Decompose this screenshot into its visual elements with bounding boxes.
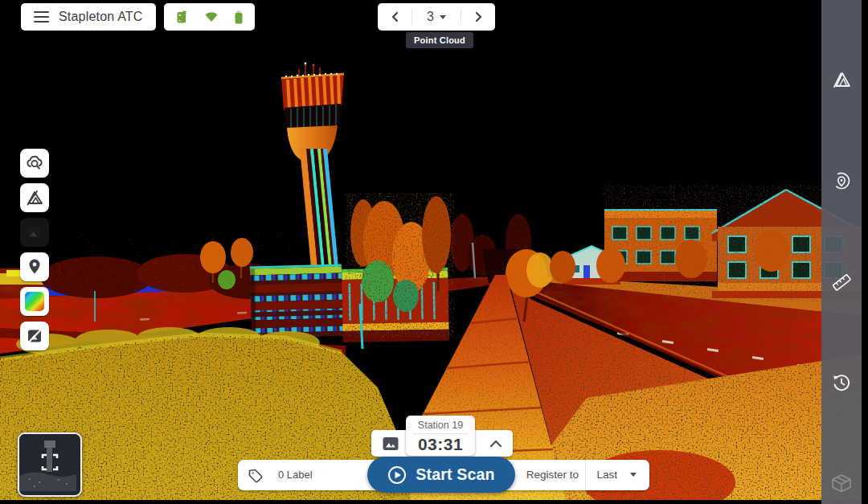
start-scan-label: Start Scan [416,465,494,484]
annotation-triangle-button[interactable] [829,68,854,92]
locations-button[interactable] [20,252,49,281]
chevron-left-icon [391,11,399,23]
station-number-dropdown[interactable]: 3 [412,10,461,24]
caret-down-icon [440,15,446,19]
play-circle-icon [387,465,407,485]
right-letterbox [862,0,868,504]
bottom-letterbox [0,500,821,504]
pano-view-button-disabled[interactable] [20,218,49,247]
map-locations-button[interactable] [829,170,854,194]
divider [413,433,468,434]
project-title: Stapleton ATC [59,10,143,24]
scan-timer: 03:31 [406,435,475,454]
start-scan-button[interactable]: Start Scan [367,457,515,493]
cube-icon [833,475,850,492]
model-cube-button[interactable] [829,471,854,497]
project-title-panel: Stapleton ATC [21,3,156,31]
right-toolbar [821,0,862,504]
measure-button[interactable] [829,270,854,294]
register-to-label: Register to [526,469,579,481]
pano-icon [25,223,44,242]
app-window: Stapleton ATC 3 [0,0,868,504]
triangle-slash-icon [25,188,44,207]
history-button[interactable] [829,371,854,395]
prev-station-button[interactable] [378,3,411,31]
color-mode-button[interactable] [20,287,49,316]
next-station-button[interactable] [461,3,495,31]
rainbow-gradient-icon [25,292,44,311]
collapse-panel-button[interactable] [489,440,502,448]
station-nav-panel: 3 [378,3,495,31]
wifi-signal-icon [203,10,219,24]
texture-toggle-button[interactable] [20,322,49,350]
caret-down-icon[interactable] [630,473,637,477]
point-cloud-tooltip: Point Cloud [406,32,473,48]
chevron-up-icon [491,441,501,446]
image-slash-icon [25,326,44,346]
battery-icon [233,10,244,25]
station-label: Station 19 [406,420,475,431]
hamburger-menu-button[interactable] [34,11,49,23]
divider [585,460,586,490]
scanner-device-icon [174,10,190,25]
current-station-number: 3 [427,10,434,24]
cloud-search-icon [25,154,44,173]
mesh-view-button[interactable] [20,183,49,212]
ruler-icon [833,274,850,290]
chevron-right-icon [474,11,483,23]
minimap-thumbnail[interactable] [18,432,82,497]
tag-icon [248,468,264,483]
map-pin-icon [26,257,43,277]
labels-count[interactable]: 0 Label [278,469,313,481]
point-cloud-search-button[interactable] [20,149,49,178]
device-status-panel [164,3,255,31]
register-target-dropdown[interactable]: Last [596,469,617,481]
image-button[interactable] [382,436,399,452]
station-info-card[interactable]: Station 19 03:31 [406,416,475,456]
